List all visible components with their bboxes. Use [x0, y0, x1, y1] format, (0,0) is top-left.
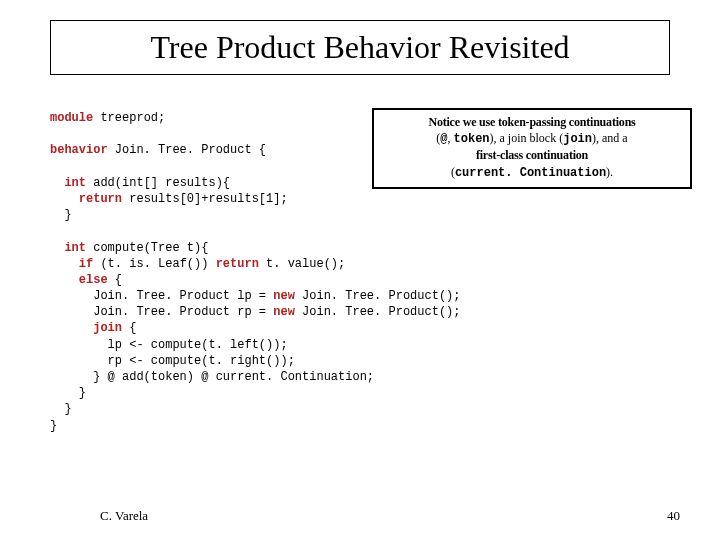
kw-module: module [50, 111, 93, 125]
kw-behavior: behavior [50, 143, 108, 157]
kw-int: int [64, 241, 86, 255]
slide-title: Tree Product Behavior Revisited [50, 20, 670, 75]
kw-int: int [64, 176, 86, 190]
kw-else: else [79, 273, 108, 287]
kw-new: new [273, 305, 295, 319]
footer-page-number: 40 [667, 508, 680, 524]
title-text: Tree Product Behavior Revisited [150, 29, 569, 65]
kw-return: return [79, 192, 122, 206]
kw-if: if [79, 257, 93, 271]
code-block: module treeprod; behavior Join. Tree. Pr… [50, 110, 670, 434]
kw-join: join [93, 321, 122, 335]
kw-new: new [273, 289, 295, 303]
kw-return: return [216, 257, 259, 271]
footer-author: C. Varela [100, 508, 148, 524]
